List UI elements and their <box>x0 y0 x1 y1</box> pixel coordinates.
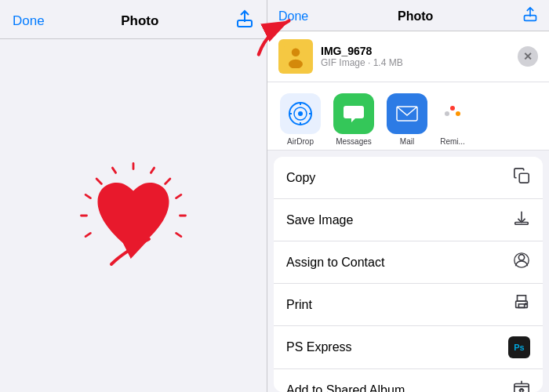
svg-rect-33 <box>518 296 526 301</box>
messages-icon-circle <box>333 93 374 134</box>
ps-express-label: PS Express <box>286 340 352 354</box>
left-done-button[interactable]: Done <box>13 13 45 29</box>
ps-express-icon: Ps <box>508 336 530 358</box>
airdrop-app-icon[interactable]: AirDrop <box>275 93 325 146</box>
svg-line-10 <box>165 179 170 183</box>
svg-point-20 <box>298 111 303 116</box>
print-label: Print <box>286 298 312 312</box>
mail-label: Mail <box>400 137 414 146</box>
share-nav-title: Photo <box>398 9 433 24</box>
share-nav-bar: Done Photo <box>267 0 549 31</box>
messages-label: Messages <box>336 137 372 146</box>
reminders-label: Remi... <box>440 137 465 146</box>
save-image-action[interactable]: Save Image <box>274 199 543 241</box>
ps-express-action[interactable]: PS Express Ps <box>274 326 543 369</box>
assign-contact-action[interactable]: Assign to Contact <box>274 241 543 284</box>
action-list: Copy Save Image Assign to Contact <box>274 157 543 392</box>
svg-line-11 <box>151 168 154 172</box>
photos-left-panel: Done Photo <box>0 0 267 392</box>
file-name: IMG_9678 <box>321 45 518 57</box>
file-meta: GIF Image · 1.4 MB <box>321 57 518 68</box>
share-sheet-panel: Done Photo IMG_9678 GIF Image · 1.4 MB ✕ <box>267 0 549 392</box>
svg-line-4 <box>85 194 90 198</box>
svg-rect-30 <box>515 223 529 225</box>
left-share-button[interactable] <box>235 9 254 32</box>
more-dots-circle <box>432 93 473 134</box>
svg-line-2 <box>112 168 115 172</box>
svg-point-28 <box>456 111 460 116</box>
svg-point-27 <box>450 106 455 111</box>
share-close-button[interactable]: ✕ <box>518 46 538 67</box>
svg-rect-37 <box>514 384 529 392</box>
heart-image <box>71 161 196 270</box>
svg-rect-35 <box>518 304 524 308</box>
share-apps-row: AirDrop Messages Mail <box>267 82 549 151</box>
svg-point-26 <box>445 111 449 116</box>
svg-line-7 <box>176 194 181 198</box>
messages-app-icon[interactable]: Messages <box>329 93 379 146</box>
assign-contact-label: Assign to Contact <box>286 256 384 270</box>
svg-line-9 <box>176 233 181 236</box>
save-image-label: Save Image <box>286 213 353 227</box>
copy-action[interactable]: Copy <box>274 157 543 199</box>
assign-contact-icon <box>513 252 530 273</box>
copy-icon <box>513 167 530 188</box>
file-thumbnail <box>278 39 313 74</box>
file-info-row: IMG_9678 GIF Image · 1.4 MB ✕ <box>267 31 549 82</box>
svg-point-36 <box>525 303 527 305</box>
svg-rect-29 <box>519 173 529 183</box>
shared-album-label: Add to Shared Album <box>286 383 405 392</box>
save-image-icon <box>513 209 530 230</box>
photo-display-area <box>0 39 267 392</box>
svg-line-3 <box>96 179 101 183</box>
airdrop-label: AirDrop <box>287 137 314 146</box>
print-icon <box>513 294 530 315</box>
file-details: IMG_9678 GIF Image · 1.4 MB <box>321 45 518 68</box>
svg-line-6 <box>85 233 90 236</box>
svg-point-31 <box>518 255 524 260</box>
mail-app-icon[interactable]: Mail <box>382 93 432 146</box>
mail-icon-circle <box>387 93 427 134</box>
copy-label: Copy <box>286 171 315 185</box>
left-nav-title: Photo <box>121 13 158 29</box>
airdrop-icon-circle <box>280 93 321 134</box>
left-nav-bar: Done Photo <box>0 0 267 39</box>
share-share-button[interactable] <box>522 6 538 26</box>
more-apps-icon[interactable]: Remi... <box>435 93 470 146</box>
shared-album-action[interactable]: Add to Shared Album <box>274 369 543 392</box>
ps-icon-box: Ps <box>508 336 530 358</box>
shared-album-icon <box>513 379 530 392</box>
share-done-button[interactable]: Done <box>278 9 308 24</box>
print-action[interactable]: Print <box>274 284 543 326</box>
svg-point-16 <box>292 49 300 57</box>
